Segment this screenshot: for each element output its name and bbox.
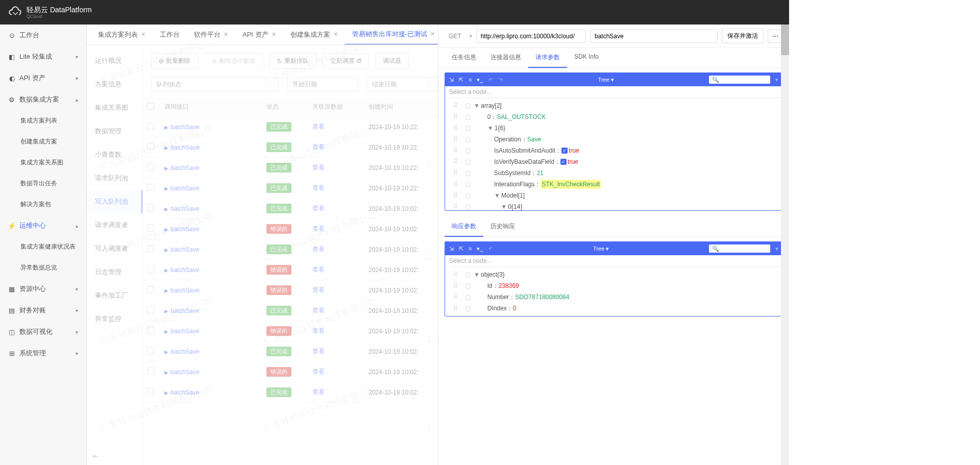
panel-subtab[interactable]: 历史响应 [483,217,522,237]
close-icon[interactable]: ✕ [333,31,338,38]
node-menu-icon[interactable]: ▢ [461,168,474,178]
node-menu-icon[interactable]: ▢ [461,101,474,110]
checkbox-icon[interactable]: ✓ [560,159,567,165]
view-link[interactable]: 查看 [312,246,325,253]
start-date-input[interactable] [287,77,358,91]
sidebar-item[interactable]: ▤财务对账▾ [0,300,86,321]
json-search-input[interactable] [709,76,770,84]
section-nav-item[interactable]: 数据管理 [87,119,142,143]
row-checkbox[interactable] [147,163,154,170]
row-checkbox[interactable] [147,368,154,375]
section-nav-item[interactable]: 事件加工厂 [87,284,142,307]
url-input[interactable] [476,30,586,43]
checkbox-icon[interactable]: ✓ [561,148,568,154]
sidebar-item[interactable]: ◫数据可视化▾ [0,321,86,342]
drag-handle-icon[interactable]: ⠿ [449,292,461,302]
api-link[interactable]: batchSave [170,226,200,233]
node-menu-icon[interactable]: ▢ [461,124,474,133]
row-checkbox[interactable] [147,245,154,252]
api-link[interactable]: batchSave [170,389,200,396]
sidebar-item[interactable]: ⊙工作台 [0,25,86,46]
sidebar-item[interactable]: 异常数据总览 [0,257,86,278]
http-method[interactable]: GET [445,31,465,42]
close-icon[interactable]: ✕ [224,31,228,38]
sidebar-item[interactable]: 创建集成方案 [0,131,86,152]
api-link[interactable]: batchSave [170,164,200,172]
panel-tab[interactable]: 连接器信息 [483,48,528,68]
expand-all-icon[interactable]: ⇲ [449,77,454,83]
row-checkbox[interactable] [147,265,154,273]
page-tab[interactable]: 管易销售出库对接-已测试✕ [345,25,442,45]
section-nav-item[interactable]: 写入队列池 [87,190,142,213]
section-nav-item[interactable]: 请求调度者 [87,213,142,237]
view-mode[interactable]: Tree ▾ [593,246,609,252]
panel-tab[interactable]: 请求参数 [528,48,567,68]
sidebar-item[interactable]: ⚙数据集成方案▴ [0,89,86,110]
scrollbar[interactable] [781,25,789,465]
end-date-input[interactable] [366,77,438,91]
drag-handle-icon[interactable]: ⠿ [449,146,461,155]
row-checkbox[interactable] [147,184,154,191]
section-nav-item[interactable]: 请求队列池 [87,166,142,190]
node-menu-icon[interactable]: ▢ [461,135,474,144]
drag-handle-icon[interactable]: ⠿ [449,135,461,144]
view-mode[interactable]: Tree ▾ [598,77,614,83]
api-link[interactable]: batchSave [170,144,200,151]
drag-handle-icon[interactable]: ⠿ [449,191,461,200]
sort-icon[interactable]: ≡ [469,246,472,252]
caret-icon[interactable]: ▼ [501,202,508,210]
page-tab[interactable]: 软件平台✕ [187,25,235,45]
select-all-checkbox[interactable] [147,103,154,110]
view-link[interactable]: 查看 [312,184,325,191]
sidebar-item[interactable]: 集成方案关系图 [0,152,86,173]
sidebar-item[interactable]: 数据导出任务 [0,173,86,194]
section-nav-item[interactable]: 集成关系图 [87,96,142,119]
requeue-button[interactable]: ↻ 重新排队 [270,53,316,69]
page-tab[interactable]: API 资产✕ [235,25,283,45]
collapse-all-icon[interactable]: ⇱ [459,77,463,83]
drag-handle-icon[interactable]: ⠿ [449,101,461,110]
view-link[interactable]: 查看 [312,286,325,293]
api-link[interactable]: batchSave [170,205,200,212]
sidebar-item[interactable]: 解决方案包 [0,194,86,215]
view-link[interactable]: 查看 [312,388,325,396]
close-icon[interactable]: ✕ [272,31,276,38]
collapse-icon[interactable]: ⇤ [93,452,99,460]
undo-icon[interactable]: ↶ [488,246,493,252]
row-checkbox[interactable] [147,306,154,313]
close-icon[interactable]: ✕ [141,31,145,38]
status-filter[interactable] [151,77,279,91]
section-nav-item[interactable]: 运行概况 [87,49,142,72]
drag-handle-icon[interactable]: ⠿ [449,281,461,290]
view-link[interactable]: 查看 [312,123,325,130]
row-checkbox[interactable] [147,327,154,334]
view-link[interactable]: 查看 [312,368,325,375]
node-menu-icon[interactable]: ▢ [461,270,474,279]
row-checkbox[interactable] [147,347,154,354]
drag-handle-icon[interactable]: ⠿ [449,180,461,189]
filter-icon[interactable]: ▾⎯ [477,77,483,83]
node-menu-icon[interactable]: ▢ [461,281,474,290]
drag-handle-icon[interactable]: ⠿ [449,202,461,210]
api-link[interactable]: batchSave [170,348,200,355]
debugger-button[interactable]: 调试器 [375,53,409,69]
chevron-down-icon[interactable]: ▾ [775,246,778,252]
node-menu-icon[interactable]: ▢ [461,146,474,155]
dispatch-button[interactable]: 立刻调度 dt [323,53,369,69]
caret-icon[interactable]: ▼ [494,191,501,200]
chevron-down-icon[interactable]: ▾ [775,77,778,83]
view-link[interactable]: 查看 [312,205,325,212]
node-path[interactable]: Select a node... [445,86,782,98]
api-link[interactable]: batchSave [170,185,200,192]
sidebar-item[interactable]: ◐API 资产▾ [0,67,86,89]
page-tab[interactable]: 工作台 [153,25,187,45]
node-menu-icon[interactable]: ▢ [461,157,474,166]
view-link[interactable]: 查看 [312,143,325,151]
api-name-input[interactable] [590,30,718,43]
bulk-delete-button[interactable]: ⊘ 批量删除 [151,53,198,69]
section-nav-item[interactable]: 写入调度者 [87,237,142,260]
api-link[interactable]: batchSave [170,246,200,253]
section-nav-item[interactable]: 小青查数 [87,143,142,166]
caret-icon[interactable]: ▼ [474,101,481,110]
panel-tab[interactable]: SDK Info [567,48,606,68]
